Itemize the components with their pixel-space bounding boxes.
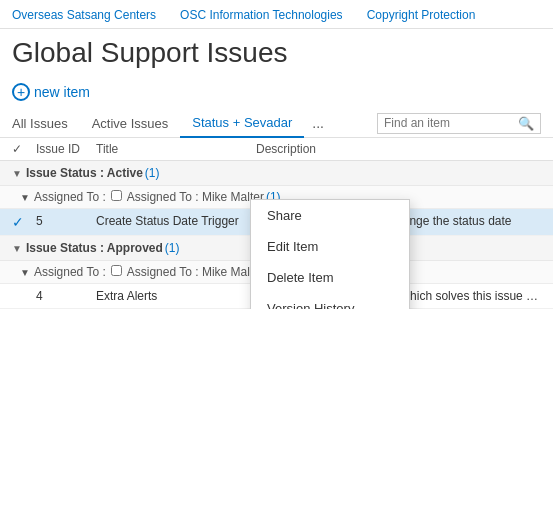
col-check-header: ✓ (12, 142, 36, 156)
plus-icon: + (12, 83, 30, 101)
search-box: 🔍 (377, 113, 541, 134)
tab-bar: All Issues Active Issues Status + Sevada… (0, 109, 553, 138)
triangle-icon: ▼ (12, 168, 22, 179)
column-headers: ✓ Issue ID Title Description (0, 138, 553, 161)
row-id: 5 (36, 214, 96, 228)
row-check: ✓ (12, 214, 36, 230)
table-row: ✓ 5 Create Status Date Trigger … Create … (0, 209, 553, 236)
row-title-2: Extra Alerts (96, 289, 256, 303)
search-icon: 🔍 (518, 116, 534, 131)
context-menu-share[interactable]: Share (251, 200, 409, 231)
context-menu-version[interactable]: Version History (251, 293, 409, 309)
subgroup-triangle-icon: ▼ (20, 192, 30, 203)
group-active-label: Issue Status : Active (26, 166, 143, 180)
col-title-header: Title (96, 142, 256, 156)
assigned-checkbox-2[interactable] (111, 265, 122, 276)
triangle-icon-2: ▼ (12, 243, 22, 254)
group-active-count: (1) (145, 166, 160, 180)
subgroup-mike1-label: Assigned To : Assigned To : Mike Malter (34, 190, 264, 204)
row-id-2: 4 (36, 289, 96, 303)
tab-status-sevadar[interactable]: Status + Sevadar (180, 109, 304, 138)
new-item-label: new item (34, 84, 90, 100)
context-menu: Share Edit Item Delete Item Version Hist… (250, 199, 410, 309)
col-id-header: Issue ID (36, 142, 96, 156)
tab-active-issues[interactable]: Active Issues (80, 110, 181, 137)
checkmark-icon: ✓ (12, 214, 24, 230)
subgroup-mike2-label: Assigned To : Assigned To : Mike Malter (34, 265, 264, 279)
context-menu-delete[interactable]: Delete Item (251, 262, 409, 293)
group-approved-label: Issue Status : Approved (26, 241, 163, 255)
group-approved-count: (1) (165, 241, 180, 255)
top-navigation: Overseas Satsang Centers OSC Information… (0, 0, 553, 29)
page-title: Global Support Issues (0, 29, 553, 79)
subgroup-triangle-icon-2: ▼ (20, 267, 30, 278)
toolbar: + new item (0, 79, 553, 109)
nav-link-copyright[interactable]: Copyright Protection (367, 8, 476, 22)
context-menu-edit[interactable]: Edit Item (251, 231, 409, 262)
search-input[interactable] (384, 116, 514, 130)
row-title: Create Status Date Trigger (96, 214, 256, 228)
tab-more-button[interactable]: ... (304, 109, 332, 137)
list-area: ▼ Issue Status : Active (1) ▼ Assigned T… (0, 161, 553, 309)
group-header-active[interactable]: ▼ Issue Status : Active (1) (0, 161, 553, 186)
new-item-button[interactable]: + new item (12, 83, 90, 101)
nav-link-osc-it[interactable]: OSC Information Technologies (180, 8, 343, 22)
assigned-checkbox-1[interactable] (111, 190, 122, 201)
nav-link-osc[interactable]: Overseas Satsang Centers (12, 8, 156, 22)
tab-all-issues[interactable]: All Issues (12, 110, 80, 137)
col-desc-header: Description (256, 142, 541, 156)
